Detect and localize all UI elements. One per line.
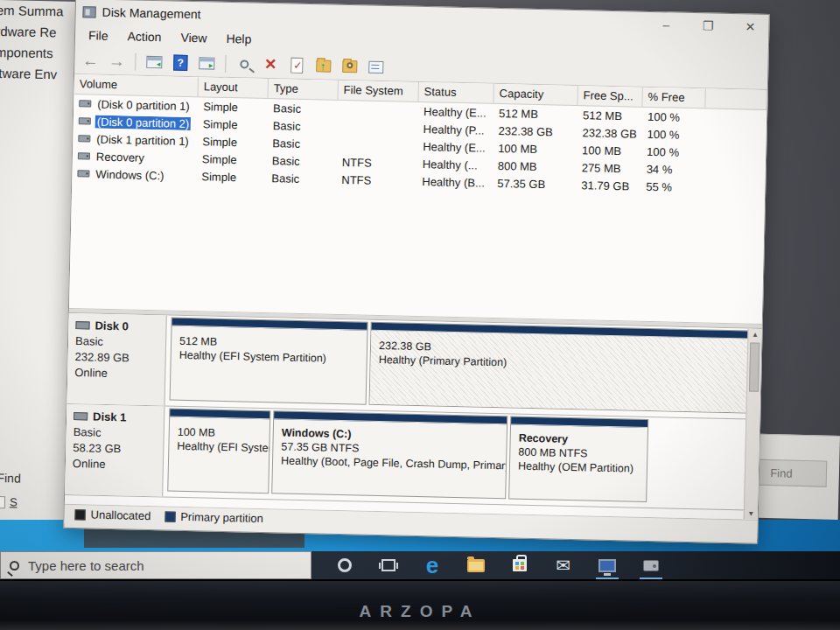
column-capacity[interactable]: Capacity [494,84,578,105]
scrollbar-thumb[interactable] [749,343,760,392]
menu-action[interactable]: Action [119,27,169,46]
cell-pct-free: 100 % [642,109,705,124]
console-tree-icon: ◂ [146,55,162,67]
mark-partition-active-button[interactable]: ✓ [286,55,307,75]
cell-status: Healthy (B... [416,174,492,189]
maximize-button[interactable]: ❐ [696,18,719,33]
partition-size: 800 MB NTFS [518,446,639,461]
menu-view[interactable]: View [172,29,215,47]
partition-windows-c[interactable]: Windows (C:) 57.35 GB NTFS Healthy (Boot… [271,410,508,499]
rescan-icon [240,60,248,68]
edge-button[interactable]: e [420,552,444,578]
delete-icon: ✕ [264,57,277,72]
show-console-tree-button[interactable]: ◂ [144,52,164,72]
toolbar-separator [225,54,226,72]
partition-primary-disk0[interactable]: 232.38 GB Healthy (Primary Partition) [369,322,760,414]
disk-management-window: Disk Management – ❐ ✕ File Action View H… [63,0,770,544]
store-button[interactable] [508,552,532,578]
search-icon [10,561,19,570]
find-what-label: Find [0,471,21,486]
column-free-space[interactable]: Free Sp... [578,86,642,107]
cell-capacity: 800 MB [493,158,577,173]
system-information-app-button[interactable] [595,552,620,578]
column-file-system[interactable]: File System [338,80,418,102]
disk-management-app-button[interactable] [639,552,663,578]
cell-layout: Simple [197,135,267,150]
delete-volume-button[interactable]: ✕ [260,54,281,74]
partition-status: Healthy (Boot, Page File, Crash Dump, Pr… [281,454,498,472]
disk-state: Online [73,457,156,472]
partition-recovery[interactable]: Recovery 800 MB NTFS Healthy (OEM Partit… [508,416,648,502]
mail-button[interactable]: ✉ [551,552,576,578]
disk-0-row: Disk 0 Basic 232.89 GB Online 512 MB Hea… [66,313,761,420]
column-status[interactable]: Status [418,82,494,103]
show-action-pane-button[interactable]: ▸ [196,53,217,74]
disk-1-info[interactable]: Disk 1 Basic 58.23 GB Online [65,404,164,497]
partition-efi-disk0[interactable]: 512 MB Healthy (EFI System Partition) [170,318,368,405]
cell-free-space: 31.79 GB [576,178,640,193]
disk-name: Disk 0 [94,319,129,333]
primary-partition-color-swatch [164,511,175,522]
tree-item-components[interactable]: mponents [0,42,77,65]
task-view-icon [382,559,396,571]
search-category-checkbox[interactable] [0,495,5,508]
scroll-up-icon[interactable]: ▲ [752,331,759,339]
folder-up-icon: ↑ [316,60,331,72]
partition-efi-disk1[interactable]: 100 MB Healthy (EFI Syster [167,409,270,494]
cell-type: Basic [267,136,337,151]
explore-button[interactable] [339,56,360,76]
disk-kind: Basic [74,425,157,440]
column-volume[interactable]: Volume [74,74,199,96]
column-type[interactable]: Type [268,79,338,100]
column-layout[interactable]: Layout [198,77,268,98]
forward-button[interactable]: → [106,51,127,71]
cell-file-system [338,127,418,129]
cell-pct-free: 100 % [641,144,704,159]
cell-layout: Simple [198,100,268,115]
back-button[interactable]: ← [80,51,101,71]
cell-status: Healthy (P... [418,122,494,136]
file-explorer-button[interactable] [464,552,488,578]
volume-name: (Disk 0 partition 2) [95,115,192,130]
properties-button[interactable] [365,57,386,77]
rescan-disks-button[interactable] [234,54,255,74]
column-filler [705,88,766,109]
disk-0-info[interactable]: Disk 0 Basic 232.89 GB Online [66,313,166,406]
menu-help[interactable]: Help [218,30,259,48]
mail-icon: ✉ [556,556,571,574]
scroll-down-icon[interactable]: ▼ [747,510,754,518]
toolbar-separator [135,52,136,70]
close-button[interactable]: ✕ [738,19,761,34]
cortana-button[interactable] [332,552,357,578]
search-input[interactable] [28,558,273,573]
forward-icon: → [108,52,125,69]
store-icon [513,559,527,571]
partition-status: Healthy (EFI System Partition) [179,349,359,366]
cell-pct-free: 34 % [641,162,704,177]
cell-capacity: 232.38 GB [494,123,578,138]
menu-file[interactable]: File [80,26,116,45]
check-document-icon: ✓ [290,57,303,73]
taskbar-search[interactable] [0,551,312,579]
minimize-button[interactable]: – [654,18,677,32]
column-pct-free[interactable]: % Free [642,88,705,108]
volume-name: (Disk 0 partition 1) [95,97,192,112]
task-view-button[interactable] [376,552,401,578]
folder-search-icon [342,60,357,72]
help-button[interactable]: ? [170,52,191,73]
legend-label: Unallocated [90,508,150,523]
cell-free-space: 100 MB [577,144,641,158]
open-button[interactable]: ↑ [312,56,333,76]
volume-list: Volume Layout Type File System Status Ca… [69,74,767,325]
tree-item-system-summary[interactable]: em Summa [0,0,78,23]
disk-1-row: Disk 1 Basic 58.23 GB Online 100 MB Heal… [65,404,760,511]
cell-free-space: 232.38 GB [578,126,642,141]
volume-name: Windows (C:) [94,167,165,182]
disk-size: 58.23 GB [73,441,156,456]
unallocated-color-swatch [74,509,85,520]
cell-type: Basic [267,154,337,169]
tree-item-hardware-resources[interactable]: rdware Re [0,21,77,44]
cell-pct-free: 100 % [641,127,704,142]
legend-primary-partition: Primary partition [164,509,263,525]
tree-item-software-environment[interactable]: ftware Env [0,63,76,86]
